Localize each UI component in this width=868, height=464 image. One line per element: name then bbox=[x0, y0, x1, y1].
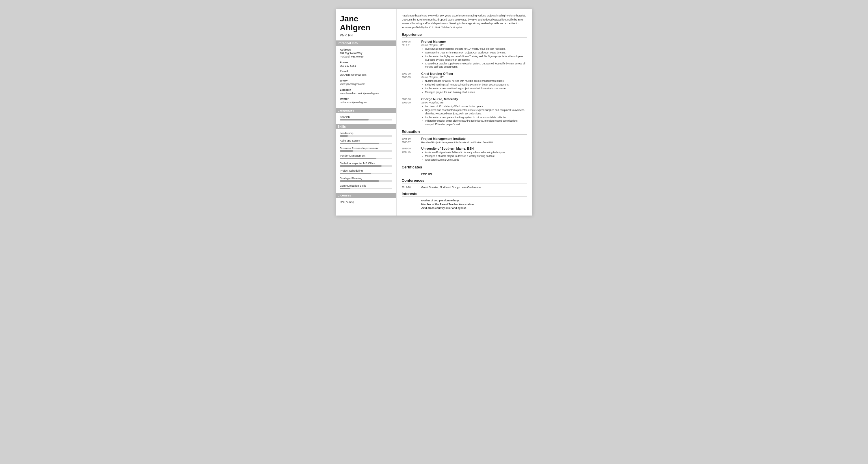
skill-bar-fill bbox=[340, 173, 371, 174]
summary-text: Passionate healthcare PMP with 10+ years… bbox=[402, 14, 527, 29]
credentials: PMP, RN bbox=[340, 33, 392, 37]
www-label: WWW bbox=[340, 79, 392, 82]
www-value: www.janeahlgren.com bbox=[340, 82, 392, 86]
skill-bar-bg bbox=[340, 135, 392, 137]
experience-title: Charge Nurse, Maternity bbox=[422, 97, 527, 101]
experience-header: Experience bbox=[402, 32, 527, 37]
full-name: Jane Ahlgren bbox=[340, 14, 392, 32]
skills-list: Leadership Agile and Scrum Business Proc… bbox=[340, 131, 392, 189]
language-bar-bg bbox=[340, 119, 392, 121]
interests-list: Mother of two passionate boys.Member of … bbox=[402, 199, 527, 210]
interest-item: Mother of two passionate boys. bbox=[422, 199, 527, 202]
email-value: JUAhlgren@gmail.com bbox=[340, 73, 392, 77]
skill-item: Leadership bbox=[340, 131, 392, 137]
twitter-value: twitter.com/janeahlgren bbox=[340, 100, 392, 104]
skill-bar-bg bbox=[340, 180, 392, 182]
skill-bar-bg bbox=[340, 158, 392, 159]
cert-spacer bbox=[402, 173, 422, 175]
language-item: Spanish bbox=[340, 115, 392, 121]
education-desc: Received Project Management Professional… bbox=[422, 141, 527, 144]
experience-bullet: Organized and coordinated a project to d… bbox=[425, 109, 527, 116]
experience-dates: 2000-032002-09 bbox=[402, 97, 422, 127]
interests-header: Interests bbox=[402, 191, 527, 197]
skill-name: Agile and Scrum bbox=[340, 139, 392, 142]
skill-bar-fill bbox=[340, 180, 379, 182]
experience-bullet: Implemented the highly successful Lean T… bbox=[425, 55, 527, 62]
conference-item: 2014-10 Guest Speaker, Northeast Shingo … bbox=[402, 186, 527, 189]
conferences-list: 2014-10 Guest Speaker, Northeast Shingo … bbox=[402, 186, 527, 189]
experience-item: 2000-032002-09 Charge Nurse, Maternity S… bbox=[402, 97, 527, 127]
experience-bullet: Implemented a new patient tracking syste… bbox=[425, 116, 527, 119]
twitter-label: Twitter bbox=[340, 97, 392, 100]
certificate-item: PMP, RN bbox=[402, 173, 527, 175]
skill-bar-fill bbox=[340, 188, 350, 189]
experience-bullet: Implemented a new cost tracking project … bbox=[425, 87, 527, 90]
skill-bar-bg bbox=[340, 143, 392, 144]
education-content: Project Management Institute Received Pr… bbox=[422, 137, 527, 145]
skill-bar-fill bbox=[340, 165, 382, 167]
languages-header: Languages bbox=[336, 108, 396, 113]
right-column: Passionate healthcare PMP with 10+ years… bbox=[397, 9, 532, 216]
education-title: Project Management Institute bbox=[422, 137, 527, 141]
education-title: University of Southern Maine, BSN bbox=[422, 147, 527, 150]
certificate-value: PMP, RN bbox=[422, 173, 432, 175]
experience-company: Seton Hospital, ME bbox=[422, 101, 527, 104]
linkedin-label: LinkedIn bbox=[340, 88, 392, 91]
certificates-header: Certificates bbox=[402, 165, 527, 170]
skill-name: Communication Skills bbox=[340, 184, 392, 187]
skill-bar-fill bbox=[340, 150, 353, 152]
conference-value: Guest Speaker, Northeast Shingo Lean Con… bbox=[422, 186, 481, 189]
experience-company: Seton Hospital, ME bbox=[422, 43, 527, 47]
skill-name: Strategic Planning bbox=[340, 177, 392, 180]
phone-label: Phone bbox=[340, 61, 392, 64]
skill-bar-bg bbox=[340, 173, 392, 174]
skill-bar-bg bbox=[340, 165, 392, 167]
education-item: 1996-091999-05 University of Southern Ma… bbox=[402, 147, 527, 162]
experience-bullets: Led team of 15+ Maternity Ward nurses fo… bbox=[422, 105, 527, 126]
experience-bullet: Led team of 15+ Maternity Ward nurses fo… bbox=[425, 105, 527, 109]
certificates-list: PMP, RN bbox=[402, 173, 527, 175]
education-item: 2008-102008-07 Project Management Instit… bbox=[402, 137, 527, 145]
experience-bullet: Managed project for lean training of all… bbox=[425, 91, 527, 94]
experience-bullet: Initiated project for better gloving/gow… bbox=[425, 119, 527, 126]
experience-bullets: Oversaw all major hospital projects for … bbox=[422, 48, 527, 69]
skill-item: Strategic Planning bbox=[340, 177, 392, 182]
last-name: Ahlgren bbox=[340, 23, 371, 32]
experience-content: Charge Nurse, Maternity Seton Hospital, … bbox=[422, 97, 527, 127]
education-dates: 2008-102008-07 bbox=[402, 137, 422, 145]
experience-title: Chief Nursing Officer bbox=[422, 72, 527, 75]
skill-item: Project Scheduling bbox=[340, 169, 392, 174]
skill-bar-fill bbox=[340, 135, 348, 137]
address-value: 134 Rightward Way Portland, ME, 04019 bbox=[340, 52, 392, 59]
licenses-header: Licenses bbox=[336, 193, 396, 198]
skill-bar-bg bbox=[340, 188, 392, 189]
experience-content: Chief Nursing Officer Seton Hospital, ME… bbox=[422, 72, 527, 94]
skill-name: Business Process Improvement bbox=[340, 147, 392, 150]
skills-header: Skills bbox=[336, 124, 396, 129]
skill-bar-fill bbox=[340, 158, 377, 159]
email-label: E-mail bbox=[340, 70, 392, 73]
name-block: Jane Ahlgren PMP, RN bbox=[340, 14, 392, 37]
skill-name: Skilled in Keynote, MS Office bbox=[340, 161, 392, 165]
conferences-header: Conferences bbox=[402, 178, 527, 183]
education-list: 2008-102008-07 Project Management Instit… bbox=[402, 137, 527, 162]
phone-value: 555-212-5551 bbox=[340, 64, 392, 68]
education-bullet: Managed a student project to develop a w… bbox=[425, 155, 527, 158]
experience-bullets: Nursing leader for all 87 nurses with mu… bbox=[422, 80, 527, 94]
education-bullet: Andersen Postgraduate Fellowship to stud… bbox=[425, 151, 527, 154]
languages-list: Spanish bbox=[340, 115, 392, 121]
experience-item: 2002-092006-05 Chief Nursing Officer Set… bbox=[402, 72, 527, 94]
license-item: RN (73829) bbox=[340, 200, 392, 204]
interest-item: Avid cross country skier and cyclist. bbox=[422, 207, 527, 210]
skill-name: Project Scheduling bbox=[340, 169, 392, 172]
experience-dates: 2002-092006-05 bbox=[402, 72, 422, 94]
licenses-list: RN (73829) bbox=[340, 200, 392, 204]
first-name: Jane bbox=[340, 14, 359, 23]
address-label: Address bbox=[340, 48, 392, 51]
language-name: Spanish bbox=[340, 115, 392, 119]
personal-info-header: Personal Info bbox=[336, 40, 396, 45]
skill-item: Communication Skills bbox=[340, 184, 392, 189]
linkedin-value: www.linkedin.com/in/jane-ahlgren/ bbox=[340, 92, 392, 95]
skill-item: Agile and Scrum bbox=[340, 139, 392, 144]
education-header: Education bbox=[402, 129, 527, 135]
